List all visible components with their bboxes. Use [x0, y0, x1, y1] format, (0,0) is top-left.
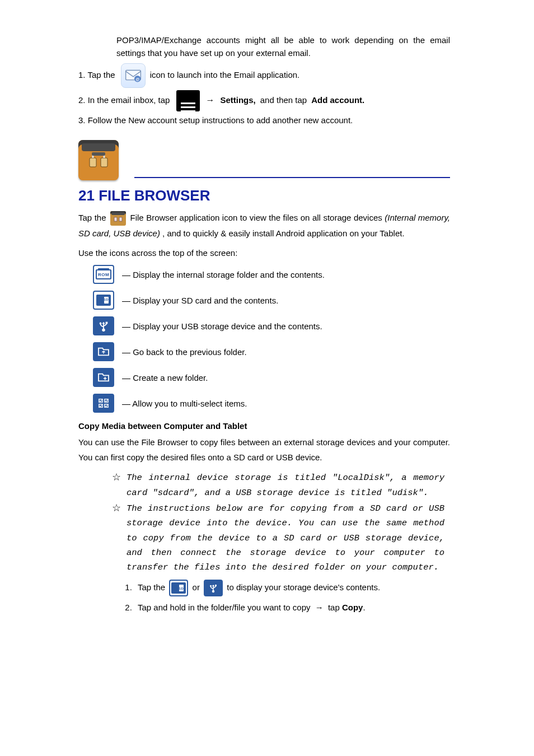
text: .: [363, 603, 365, 612]
folder-new-icon: [93, 368, 114, 387]
tool-row-folder-new: — Create a new folder.: [93, 368, 450, 387]
tool-label: — Display your USB storage device and th…: [122, 321, 322, 331]
sd-icon: SD: [93, 291, 114, 310]
copy-intro: You can use the File Browser to copy fil…: [78, 435, 450, 465]
text: Tap and hold in the folder/file you want…: [138, 603, 311, 612]
text: tap: [328, 603, 342, 612]
toolbar-icon-list: ROM — Display the internal storage folde…: [93, 265, 450, 413]
note-text: The internal device storage is titled "L…: [127, 470, 444, 500]
paragraph-intro: POP3/IMAP/Exchange accounts might all be…: [78, 34, 450, 60]
arrow-icon: →: [315, 603, 324, 612]
copy-step-2: Tap and hold in the folder/file you want…: [134, 600, 450, 616]
text: File Browser application icon to view th…: [130, 213, 382, 222]
tool-row-usb: — Display your USB storage device and th…: [93, 316, 450, 335]
note-row-2: ☆ The instructions below are for copying…: [78, 501, 450, 575]
section-divider: [134, 177, 450, 178]
multiselect-icon: [93, 394, 114, 413]
copy-step-1: Tap the SD or to display your storage de…: [134, 580, 450, 596]
star-icon: ☆: [112, 470, 121, 484]
file-browser-app-icon: [78, 140, 119, 180]
note-text: The instructions below are for copying f…: [127, 501, 444, 575]
svg-rect-7: [119, 217, 122, 221]
file-browser-mini-icon: [110, 211, 126, 226]
text: and then tap: [260, 92, 307, 109]
text: 1. Tap the: [78, 67, 115, 83]
rom-icon: ROM: [93, 265, 114, 284]
tool-row-folder-back: — Go back to the previous folder.: [93, 342, 450, 361]
svg-point-9: [100, 323, 102, 325]
tool-row-sd: SD — Display your SD card and the conten…: [93, 291, 450, 310]
svg-rect-5: [92, 152, 105, 156]
text: settings that you have set up on your ex…: [116, 48, 311, 58]
step-2: 2. In the email inbox, tap → Settings, a…: [78, 90, 450, 111]
toolbar-intro: Use the icons across the top of the scre…: [78, 246, 450, 259]
text-bold: Settings,: [220, 92, 255, 109]
usb-icon: [93, 316, 114, 335]
text: Tap the: [138, 582, 165, 592]
tool-row-rom: ROM — Display the internal storage folde…: [93, 265, 450, 284]
text: 2. In the email inbox, tap: [78, 92, 170, 109]
mail-app-icon: @: [121, 63, 146, 88]
usb-icon-inline: [204, 580, 223, 596]
svg-rect-10: [106, 322, 108, 324]
star-icon: ☆: [112, 501, 121, 515]
text: , and to quickly & easily install Androi…: [162, 228, 305, 238]
folder-back-icon: [93, 342, 114, 361]
svg-rect-17: [215, 585, 217, 586]
text: to display your storage device's content…: [227, 582, 380, 592]
text: application on your Tablet.: [307, 228, 405, 238]
tool-row-multiselect: — Allow you to multi-select items.: [93, 394, 450, 413]
text-bold: Add account.: [311, 92, 364, 109]
notes-block: ☆ The internal device storage is titled …: [78, 470, 450, 575]
tool-label: — Go back to the previous folder.: [122, 347, 247, 357]
text-bold: Copy: [342, 603, 363, 612]
tool-label: — Create a new folder.: [122, 373, 208, 382]
step-3: 3. Follow the New account setup instruct…: [78, 114, 450, 127]
sd-icon-inline: SD: [169, 580, 188, 596]
svg-point-16: [210, 585, 212, 586]
copy-steps: Tap the SD or to display your storage de…: [78, 580, 450, 616]
section-rule-wrap: [134, 177, 450, 180]
text: POP3/IMAP/Exchange accounts might all be…: [116, 35, 450, 45]
text: icon to launch into the Email applicatio…: [150, 67, 300, 83]
tool-label: — Display your SD card and the contents.: [122, 296, 278, 305]
svg-rect-3: [90, 158, 96, 167]
svg-text:@: @: [135, 77, 139, 81]
copy-heading: Copy Media between Computer and Tablet: [78, 419, 450, 432]
note-row-1: ☆ The internal device storage is titled …: [78, 470, 450, 500]
menu-icon: [176, 90, 200, 111]
text: Tap the: [78, 213, 109, 222]
section-header-row: [78, 140, 450, 180]
text: or: [193, 582, 200, 592]
svg-rect-4: [101, 158, 107, 167]
tool-label: — Display the internal storage folder an…: [122, 270, 325, 279]
step-1: 1. Tap the @ icon to launch into the Ema…: [78, 63, 450, 88]
svg-rect-6: [114, 217, 117, 221]
arrow-icon: →: [205, 92, 214, 109]
heading-file-browser: 21 FILE BROWSER: [78, 187, 450, 204]
tool-label: — Allow you to multi-select items.: [122, 399, 247, 408]
open-paragraph: Tap the File Browser application icon to…: [78, 210, 450, 242]
